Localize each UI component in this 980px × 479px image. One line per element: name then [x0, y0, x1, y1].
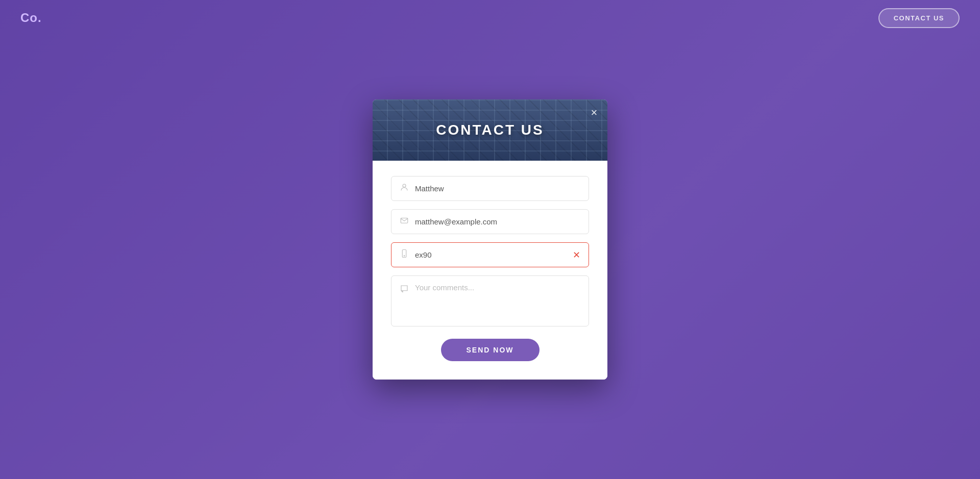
email-input[interactable]: [415, 217, 580, 226]
user-icon: [400, 183, 409, 194]
email-icon: [400, 216, 409, 228]
modal-title: CONTACT US: [436, 122, 544, 138]
send-now-button[interactable]: SEND NOW: [441, 339, 540, 361]
comments-field-container: [391, 275, 589, 326]
svg-rect-1: [401, 218, 408, 223]
phone-error-clear-icon[interactable]: ✕: [573, 249, 580, 261]
name-field-container: [391, 176, 589, 201]
name-input[interactable]: [415, 184, 580, 193]
modal-close-button[interactable]: ×: [585, 104, 603, 122]
modal-header-image: CONTACT US: [373, 99, 607, 161]
comments-textarea[interactable]: [415, 283, 580, 319]
email-field-container: [391, 209, 589, 234]
phone-field-container: ✕: [391, 242, 589, 267]
modal-overlay: × CONTACT US: [0, 0, 980, 479]
svg-point-0: [403, 184, 406, 187]
contact-modal: × CONTACT US: [373, 99, 607, 380]
phone-input[interactable]: [415, 250, 573, 259]
modal-body: ✕ SEND NOW: [373, 161, 607, 380]
comments-icon: [400, 284, 409, 296]
phone-icon: [400, 249, 409, 261]
svg-point-3: [404, 256, 405, 257]
